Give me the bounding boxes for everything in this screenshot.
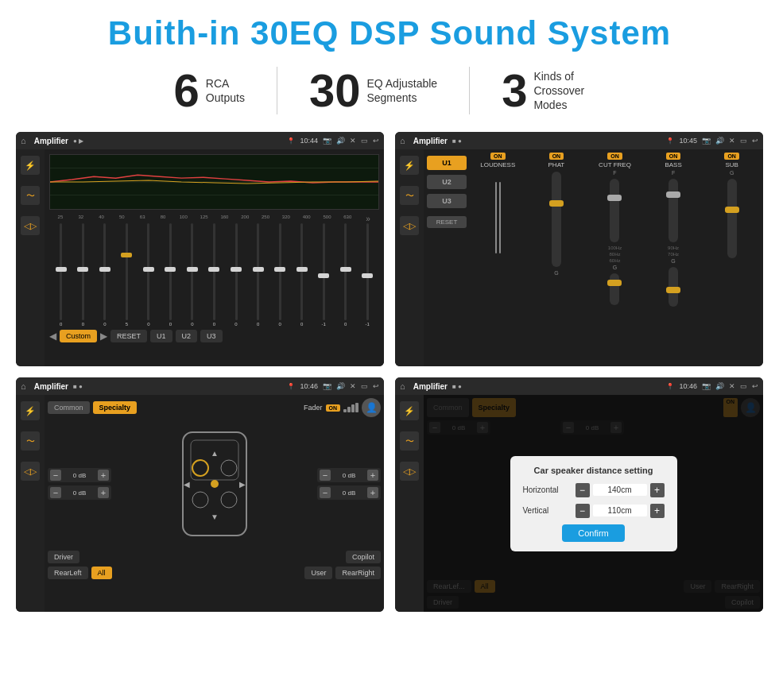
rearright-button[interactable]: RearRight — [335, 567, 381, 579]
back-icon-3[interactable]: ↩ — [373, 382, 379, 390]
speaker-main-area: Common Specialty Fader ON 👤 — [45, 395, 384, 612]
crossover-main-area: U1 U2 U3 RESET ON LOUDNESS — [424, 149, 763, 366]
user-button[interactable]: User — [304, 567, 332, 579]
specialty-tab[interactable]: Specialty — [93, 401, 138, 414]
back-icon-4[interactable]: ↩ — [752, 382, 758, 390]
horizontal-plus-button[interactable]: + — [650, 483, 665, 497]
eq-slider-2[interactable]: 0 — [73, 223, 94, 327]
vertical-minus-button[interactable]: − — [576, 504, 590, 518]
speaker-icon-3[interactable]: ◁▷ — [21, 462, 40, 481]
bass-label: BASS — [665, 161, 681, 168]
rear-right-vol-plus[interactable]: + — [367, 487, 378, 498]
eq-slider-11[interactable]: 0 — [269, 223, 290, 327]
front-right-vol-minus[interactable]: − — [320, 470, 331, 481]
screen2-content: ⚡ 〜 ◁▷ U1 U2 U3 RESET — [395, 149, 763, 366]
horizontal-stepper: − 140cm + — [576, 483, 665, 497]
eq-u2-button[interactable]: U2 — [176, 330, 198, 342]
eq-slider-12[interactable]: 0 — [292, 223, 312, 327]
eq-slider-10[interactable]: 0 — [248, 223, 269, 327]
eq-u3-button[interactable]: U3 — [200, 330, 223, 342]
home-icon[interactable]: ⌂ — [21, 136, 26, 145]
eq-reset-button[interactable]: RESET — [110, 330, 147, 342]
eq-prev-button[interactable]: ◀ — [49, 331, 56, 342]
wave-icon-4[interactable]: 〜 — [400, 431, 419, 451]
bass-slider-g[interactable] — [669, 267, 678, 307]
stat-number-crossover: 3 — [502, 68, 527, 114]
driver-button[interactable]: Driver — [48, 551, 79, 563]
screen-speaker: ⌂ Amplifier ■ ● 📍 10:46 📷 🔊 ✕ ▭ ↩ ⚡ 〜 ◁▷… — [16, 377, 384, 612]
rear-left-volume: − 0 dB + — [48, 485, 111, 500]
svg-point-6 — [221, 460, 237, 476]
home-icon-2[interactable]: ⌂ — [400, 136, 405, 145]
horizontal-minus-button[interactable]: − — [576, 483, 590, 497]
svg-point-7 — [192, 492, 208, 508]
close-icon-2: ✕ — [729, 137, 735, 145]
eq-slider-5[interactable]: 0 — [138, 223, 159, 327]
eq-slider-3[interactable]: 0 — [95, 223, 115, 327]
rear-left-vol-minus[interactable]: − — [50, 487, 61, 498]
rear-right-vol-minus[interactable]: − — [320, 487, 331, 498]
svg-point-5 — [192, 460, 208, 476]
bass-col: ON BASS F 90Hz 70Hz G — [645, 153, 702, 363]
confirm-button[interactable]: Confirm — [562, 524, 625, 542]
eq-next-button[interactable]: ▶ — [100, 331, 107, 342]
eq-slider-7[interactable]: 0 — [182, 223, 203, 327]
rear-right-volume: − 0 dB + — [317, 485, 381, 500]
wave-icon-2[interactable]: 〜 — [400, 186, 419, 205]
cutfreq-slider-f[interactable] — [610, 179, 619, 242]
copilot-button[interactable]: Copilot — [346, 551, 381, 563]
speaker-icon[interactable]: ◁▷ — [21, 216, 40, 235]
vertical-plus-button[interactable]: + — [650, 504, 665, 518]
eq-slider-15[interactable]: -1 — [357, 223, 378, 327]
eq-freq-labels: 25 32 40 50 63 80 100 125 160 200 250 32… — [49, 213, 379, 223]
screen2-title: Amplifier — [413, 137, 448, 145]
eq-icon-3[interactable]: ⚡ — [21, 401, 40, 420]
bass-slider-f[interactable] — [669, 179, 678, 242]
eq-slider-13[interactable]: -1 — [313, 223, 334, 327]
sub-slider[interactable] — [727, 179, 737, 258]
vertical-stepper: − 110cm + — [576, 504, 665, 518]
speaker-icon-2[interactable]: ◁▷ — [400, 216, 419, 235]
eq-slider-1[interactable]: 0 — [51, 223, 72, 327]
screen1-content: ⚡ 〜 ◁▷ — [16, 149, 384, 366]
front-left-vol-minus[interactable]: − — [50, 470, 61, 481]
cutfreq-slider-g[interactable] — [610, 273, 619, 305]
speaker-icon-4[interactable]: ◁▷ — [400, 462, 419, 481]
u3-preset-button[interactable]: U3 — [427, 194, 467, 208]
front-left-vol-plus[interactable]: + — [98, 470, 109, 481]
wave-icon[interactable]: 〜 — [21, 186, 40, 205]
back-icon[interactable]: ↩ — [373, 137, 379, 145]
svg-text:▲: ▲ — [211, 449, 219, 458]
screen3-time: 10:46 — [300, 382, 318, 390]
wave-icon-3[interactable]: 〜 — [21, 431, 40, 451]
eq-icon-2[interactable]: ⚡ — [400, 156, 419, 175]
u1-preset-button[interactable]: U1 — [427, 156, 467, 170]
eq-u1-button[interactable]: U1 — [150, 330, 172, 342]
home-icon-4[interactable]: ⌂ — [400, 381, 405, 391]
profile-icon[interactable]: 👤 — [362, 398, 381, 417]
rearleft-button[interactable]: RearLeft — [48, 567, 88, 579]
rear-left-vol-plus[interactable]: + — [98, 487, 109, 498]
eq-slider-14[interactable]: 0 — [335, 223, 356, 327]
home-icon-3[interactable]: ⌂ — [21, 381, 26, 391]
common-tab[interactable]: Common — [48, 401, 90, 414]
eq-icon[interactable]: ⚡ — [21, 156, 40, 175]
eq-custom-button[interactable]: Custom — [60, 330, 97, 342]
all-button[interactable]: All — [91, 567, 112, 579]
eq-slider-9[interactable]: 0 — [226, 223, 246, 327]
horizontal-label: Horizontal — [523, 485, 571, 494]
crossover-reset-button[interactable]: RESET — [427, 216, 467, 228]
front-left-volume: − 0 dB + — [48, 468, 111, 482]
screen4-time: 10:46 — [679, 382, 697, 390]
eq-icon-4[interactable]: ⚡ — [400, 401, 419, 420]
u2-preset-button[interactable]: U2 — [427, 175, 467, 189]
eq-slider-4[interactable]: 5 — [117, 223, 138, 327]
minimize-icon-4: ▭ — [740, 382, 747, 390]
phat-slider[interactable] — [552, 172, 561, 267]
svg-point-9 — [211, 480, 219, 488]
eq-slider-6[interactable]: 0 — [161, 223, 181, 327]
back-icon-2[interactable]: ↩ — [752, 137, 758, 145]
front-right-vol-plus[interactable]: + — [367, 470, 378, 481]
dialog-title: Car speaker distance setting — [523, 466, 665, 475]
eq-slider-8[interactable]: 0 — [204, 223, 225, 327]
